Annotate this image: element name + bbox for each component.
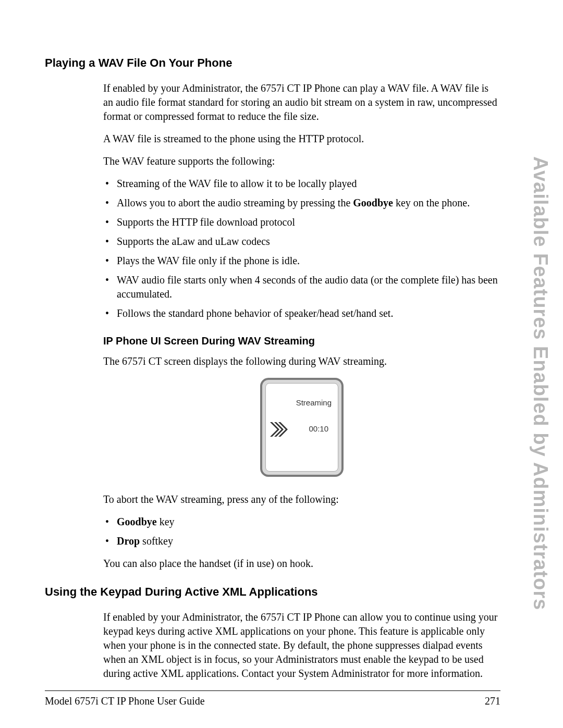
bold-word: Goodbye — [117, 516, 157, 527]
list-item: Supports the HTTP file download protocol — [103, 215, 500, 229]
goodbye-word: Goodbye — [353, 197, 393, 208]
phone-illustration: Streaming 00:10 — [103, 378, 500, 479]
text: key on the phone. — [393, 197, 470, 208]
section1-body: If enabled by your Administrator, the 67… — [103, 81, 500, 571]
phone-screen: Streaming 00:10 — [265, 383, 338, 472]
feature-list: Streaming of the WAV file to allow it to… — [103, 177, 500, 320]
text: key — [157, 516, 175, 527]
phone-frame: Streaming 00:10 — [260, 378, 344, 477]
section-heading-wav: Playing a WAV File On Your Phone — [45, 56, 500, 70]
section-heading-keypad: Using the Keypad During Active XML Appli… — [45, 585, 500, 599]
paragraph: If enabled by your Administrator, the 67… — [103, 610, 500, 681]
screen-time: 00:10 — [309, 424, 328, 433]
list-item: WAV audio file starts only when 4 second… — [103, 273, 500, 301]
paragraph: You can also place the handset (if in us… — [103, 557, 500, 571]
text: Allows you to abort the audio streaming … — [117, 197, 353, 208]
subsection-heading-ui-screen: IP Phone UI Screen During WAV Streaming — [103, 335, 500, 347]
list-item: Goodbye key — [103, 515, 500, 529]
paragraph: The 6757i CT screen displays the followi… — [103, 354, 500, 368]
page: Available Features Enabled by Administra… — [0, 0, 563, 728]
footer-page-number: 271 — [485, 695, 500, 707]
list-item: Follows the standard phone behavior of s… — [103, 306, 500, 320]
text: softkey — [140, 535, 173, 547]
paragraph: The WAV feature supports the following: — [103, 154, 500, 168]
footer-left: Model 6757i CT IP Phone User Guide — [45, 695, 205, 707]
footer-rule — [45, 690, 500, 691]
main-content: Playing a WAV File On Your Phone If enab… — [45, 56, 500, 689]
page-footer: Model 6757i CT IP Phone User Guide 271 — [45, 690, 500, 707]
section2-body: If enabled by your Administrator, the 67… — [103, 610, 500, 681]
screen-label-streaming: Streaming — [296, 398, 332, 407]
paragraph: If enabled by your Administrator, the 67… — [103, 81, 500, 124]
list-item: Drop softkey — [103, 534, 500, 548]
side-section-label: Available Features Enabled by Administra… — [531, 156, 550, 610]
list-item: Supports the aLaw and uLaw codecs — [103, 235, 500, 249]
list-item: Streaming of the WAV file to allow it to… — [103, 177, 500, 191]
bold-word: Drop — [117, 535, 140, 547]
paragraph: To abort the WAV streaming, press any of… — [103, 492, 500, 507]
chevrons-icon — [270, 420, 291, 441]
list-item: Plays the WAV file only if the phone is … — [103, 254, 500, 268]
paragraph: A WAV file is streamed to the phone usin… — [103, 132, 500, 146]
list-item: Allows you to abort the audio streaming … — [103, 196, 500, 210]
abort-list: Goodbye key Drop softkey — [103, 515, 500, 548]
